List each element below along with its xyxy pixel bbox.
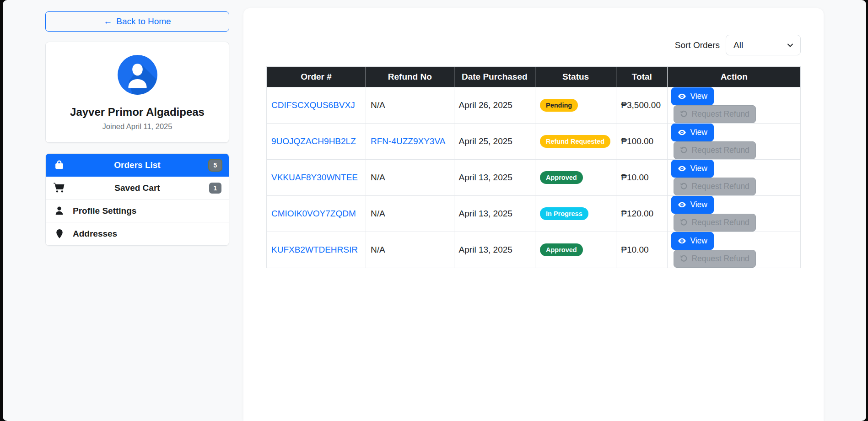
table-row: KUFXB2WTDEHRSIR N/A April 13, 2025 Appro…	[267, 232, 801, 268]
orders-table-header: Order # Refund No Date Purchased Status …	[267, 67, 801, 87]
order-total-value: ₱10.00	[616, 232, 668, 268]
order-number-link[interactable]: CDIFSCXQUS6BVXJ	[271, 100, 355, 110]
profile-name: Jayver Primor Algadipeas	[52, 106, 222, 119]
sidebar-item-label: Profile Settings	[73, 206, 136, 216]
request-refund-button[interactable]: Request Refund	[674, 178, 755, 195]
sidebar-nav: Orders List 5 Saved Cart 1	[45, 153, 229, 246]
view-button[interactable]: View	[671, 87, 714, 105]
request-refund-label: Request Refund	[691, 146, 749, 155]
sidebar-item-label: Saved Cart	[65, 183, 209, 193]
request-refund-label: Request Refund	[691, 109, 749, 119]
profile-joined-date: Joined April 11, 2025	[52, 122, 222, 131]
sidebar: ← Back to Home Jayver Primor Algadipeas	[45, 11, 229, 246]
view-button-label: View	[690, 200, 707, 210]
refund-no-value: N/A	[371, 100, 385, 110]
rotate-left-icon	[680, 110, 688, 118]
view-button[interactable]: View	[671, 232, 714, 250]
eye-icon	[678, 200, 686, 209]
location-pin-icon	[53, 229, 65, 239]
sort-selected-value: All	[733, 40, 743, 50]
cart-count-badge: 1	[209, 183, 221, 194]
rotate-left-icon	[680, 183, 688, 190]
refund-no-value: N/A	[371, 173, 385, 182]
sidebar-item-addresses[interactable]: Addresses	[46, 222, 229, 245]
orders-table-body: CDIFSCXQUS6BVXJ N/A April 26, 2025 Pendi…	[267, 87, 801, 268]
date-purchased-value: April 25, 2025	[454, 124, 535, 160]
view-button[interactable]: View	[671, 124, 714, 141]
orders-panel: Sort Orders All Order # Refund No Date P…	[243, 8, 824, 421]
order-number-link[interactable]: KUFXB2WTDEHRSIR	[271, 245, 358, 254]
header-action: Action	[668, 67, 801, 87]
user-avatar	[118, 55, 157, 95]
eye-icon	[678, 164, 686, 173]
chevron-down-icon	[787, 42, 794, 49]
sidebar-item-label: Addresses	[73, 229, 117, 239]
request-refund-button[interactable]: Request Refund	[674, 214, 755, 232]
view-button-label: View	[690, 92, 707, 101]
sort-orders-label: Sort Orders	[675, 40, 720, 50]
header-date-purchased: Date Purchased	[454, 67, 535, 87]
order-number-link[interactable]: CMIOIK0VOY7ZQDM	[271, 209, 356, 218]
date-purchased-value: April 13, 2025	[454, 232, 535, 268]
status-badge: In Progress	[540, 207, 588, 220]
rotate-left-icon	[680, 219, 688, 227]
sort-row: Sort Orders All	[266, 35, 801, 55]
rotate-left-icon	[680, 255, 688, 263]
table-row: CDIFSCXQUS6BVXJ N/A April 26, 2025 Pendi…	[267, 87, 801, 124]
rotate-left-icon	[680, 146, 688, 154]
header-order: Order #	[267, 67, 366, 87]
eye-icon	[678, 128, 686, 137]
refund-no-value: N/A	[371, 209, 385, 218]
view-button-label: View	[690, 236, 707, 246]
order-total-value: ₱120.00	[616, 196, 668, 232]
order-total-value: ₱100.00	[616, 124, 668, 160]
request-refund-label: Request Refund	[691, 254, 749, 264]
order-total-value: ₱10.00	[616, 160, 668, 196]
status-badge: Approved	[540, 243, 583, 256]
back-to-home-button[interactable]: ← Back to Home	[45, 11, 229, 32]
sidebar-item-saved-cart[interactable]: Saved Cart 1	[46, 177, 229, 200]
request-refund-label: Request Refund	[691, 182, 749, 191]
person-icon	[53, 205, 65, 216]
sidebar-item-label: Orders List	[65, 160, 209, 170]
sort-orders-select[interactable]: All	[726, 35, 801, 55]
eye-icon	[678, 92, 686, 101]
left-arrow-icon: ←	[103, 16, 112, 27]
back-to-home-label: Back to Home	[116, 16, 171, 27]
header-status: Status	[535, 67, 616, 87]
bag-icon	[53, 159, 65, 171]
table-row: VKKUAF8Y30WNTEE N/A April 13, 2025 Appro…	[267, 160, 801, 196]
view-button[interactable]: View	[671, 160, 714, 178]
order-number-link[interactable]: 9UOJQZACH9HB2LZ	[271, 136, 356, 146]
refund-no-value: N/A	[371, 245, 385, 254]
request-refund-button[interactable]: Request Refund	[674, 250, 755, 268]
header-total: Total	[616, 67, 668, 87]
request-refund-button[interactable]: Request Refund	[674, 141, 755, 159]
status-badge: Refund Requested	[540, 135, 610, 148]
status-badge: Pending	[540, 99, 578, 112]
table-row: CMIOIK0VOY7ZQDM N/A April 13, 2025 In Pr…	[267, 196, 801, 232]
header-refund-no: Refund No	[366, 67, 454, 87]
order-number-link[interactable]: VKKUAF8Y30WNTEE	[271, 173, 358, 182]
status-badge: Approved	[540, 171, 583, 184]
date-purchased-value: April 26, 2025	[454, 87, 535, 124]
request-refund-button[interactable]: Request Refund	[674, 105, 755, 123]
profile-card: Jayver Primor Algadipeas Joined April 11…	[45, 42, 229, 143]
sidebar-item-orders-list[interactable]: Orders List 5	[46, 154, 229, 177]
cart-icon	[53, 182, 65, 194]
refund-no-value[interactable]: RFN-4UZZ9XY3VA	[371, 136, 445, 146]
date-purchased-value: April 13, 2025	[454, 160, 535, 196]
view-button-label: View	[690, 128, 707, 137]
orders-table: Order # Refund No Date Purchased Status …	[266, 66, 801, 268]
orders-count-badge: 5	[209, 160, 221, 171]
sidebar-item-profile-settings[interactable]: Profile Settings	[46, 200, 229, 222]
date-purchased-value: April 13, 2025	[454, 196, 535, 232]
view-button-label: View	[690, 164, 707, 173]
request-refund-label: Request Refund	[691, 218, 749, 227]
app-panel: ← Back to Home Jayver Primor Algadipeas	[3, 0, 866, 421]
view-button[interactable]: View	[671, 196, 714, 214]
table-row: 9UOJQZACH9HB2LZ RFN-4UZZ9XY3VA April 25,…	[267, 124, 801, 160]
order-total-value: ₱3,500.00	[616, 87, 668, 124]
eye-icon	[678, 237, 686, 245]
